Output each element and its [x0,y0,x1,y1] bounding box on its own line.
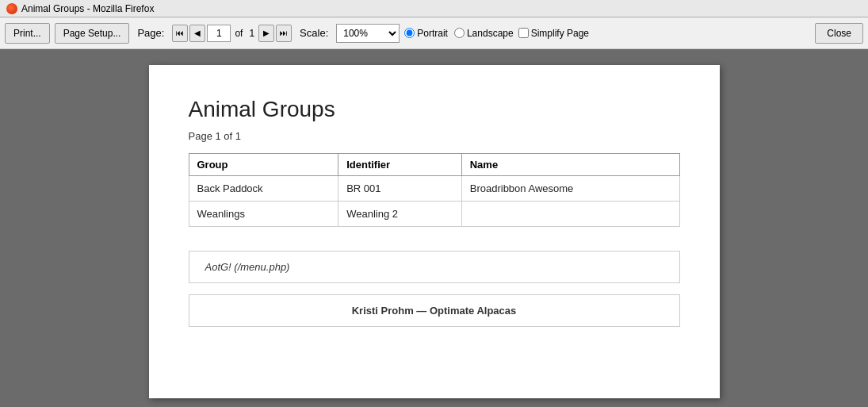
of-label: of [235,28,243,39]
last-page-button[interactable]: ⏭ [276,25,292,42]
landscape-radio-label[interactable]: Landscape [454,28,514,39]
simplify-page-checkbox[interactable] [518,28,529,38]
portrait-radio[interactable] [404,28,415,38]
total-pages: 1 [249,28,254,39]
cell-identifier-1: BR 001 [338,176,462,202]
cell-identifier-2: Weanling 2 [338,202,462,227]
col-header-group: Group [189,154,338,176]
prev-page-button[interactable]: ◀ [189,25,205,42]
landscape-radio[interactable] [454,28,465,38]
cell-name-2 [461,202,679,227]
cell-name-1: Broadribbon Awesome [461,176,679,202]
window-title: Animal Groups - Mozilla Firefox [21,3,154,14]
footer-link-box: AotG! (/menu.php) [189,251,680,283]
footer-credit-text: Kristi Prohm — Optimate Alpacas [352,305,517,317]
print-button[interactable]: Print... [5,23,50,44]
page-title: Animal Groups [189,97,680,122]
toolbar: Print... Page Setup... Page: ⏮ ◀ 1 of 1 … [0,17,868,49]
scale-select[interactable]: 100% 50% 75% 125% 150% [336,24,400,43]
page-number-input[interactable]: 1 [207,25,231,42]
orientation-group: Portrait Landscape [404,28,513,39]
title-bar: Animal Groups - Mozilla Firefox [0,0,868,17]
cell-group-2: Weanlings [189,202,338,227]
footer-credit-box: Kristi Prohm — Optimate Alpacas [189,294,680,327]
cell-group-1: Back Paddock [189,176,338,202]
first-page-button[interactable]: ⏮ [172,25,188,42]
landscape-label: Landscape [467,28,514,39]
page-container: Animal Groups Page 1 of 1 Group Identifi… [149,65,720,398]
portrait-label: Portrait [417,28,448,39]
footer-link-text: AotG! (/menu.php) [205,261,290,273]
table-row: Back Paddock BR 001 Broadribbon Awesome [189,176,679,202]
simplify-page-text: Simplify Page [531,28,589,39]
page-navigation: ⏮ ◀ 1 of 1 ▶ ⏭ [172,25,292,42]
simplify-page-label[interactable]: Simplify Page [518,28,589,39]
page-setup-button[interactable]: Page Setup... [55,23,130,44]
close-button[interactable]: Close [815,23,863,44]
table-row: Weanlings Weanling 2 [189,202,679,227]
scale-label: Scale: [300,27,328,39]
portrait-radio-label[interactable]: Portrait [404,28,448,39]
page-label: Page: [137,27,164,39]
main-area: Animal Groups Page 1 of 1 Group Identifi… [0,49,868,407]
col-header-name: Name [461,154,679,176]
page-info: Page 1 of 1 [189,130,680,142]
next-page-button[interactable]: ▶ [258,25,274,42]
firefox-icon [6,3,17,14]
animal-groups-table: Group Identifier Name Back Paddock BR 00… [189,153,680,227]
col-header-identifier: Identifier [338,154,462,176]
